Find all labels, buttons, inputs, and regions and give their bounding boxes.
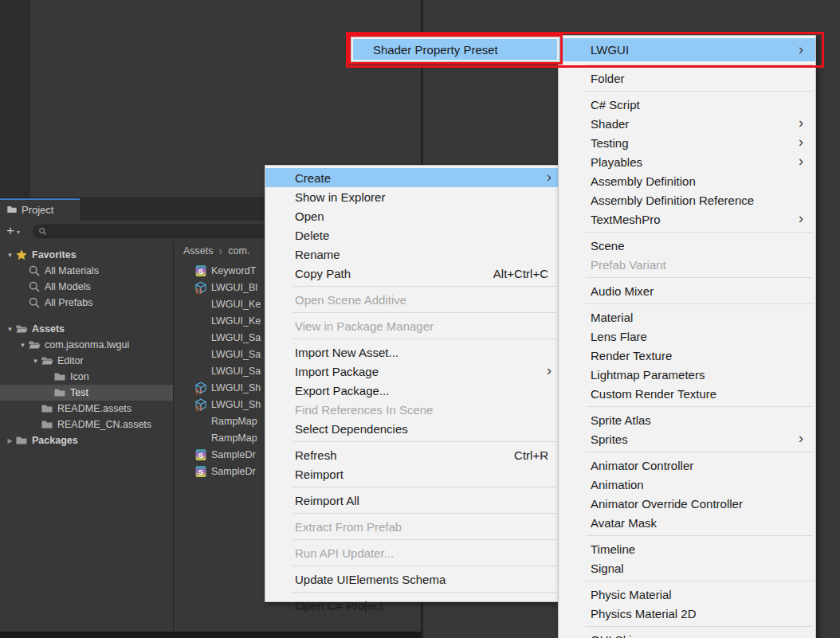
tree-item[interactable]: README_CN.assets [0,417,173,433]
tree-item[interactable]: ▼ com.jasonma.lwgui [0,337,173,353]
submenu-item[interactable]: Material › [559,307,815,327]
submenu-item[interactable]: Render Texture › [559,346,815,365]
shader-property-preset-item[interactable]: Shader Property Preset [353,39,557,60]
submenu-item[interactable]: Animator Override Controller › [559,494,815,513]
menu-item[interactable]: Open C# Project › [265,596,559,615]
expand-arrow-icon[interactable]: ▶ [5,437,15,444]
tab-project[interactable]: Project [0,198,80,221]
tree-item[interactable]: All Materials [0,263,173,279]
submenu-item[interactable]: Audio Mixer › [559,281,815,300]
submenu-item[interactable]: Scene › [559,236,815,255]
menu-item[interactable]: › [292,441,556,442]
menu-item[interactable]: › [292,312,556,313]
menu-item[interactable]: Run API Updater... › [265,543,559,562]
menu-item[interactable]: Select Dependencies › [265,419,559,438]
menu-item[interactable]: Find References In Scene › [265,400,559,419]
expand-arrow-icon[interactable]: ▼ [5,252,15,259]
menu-item[interactable]: › [292,286,556,287]
submenu-item[interactable]: › [586,452,813,452]
menu-item[interactable]: › [292,513,556,514]
search-icon [28,264,41,277]
search-icon [28,280,41,293]
menu-item[interactable]: › [292,539,556,540]
menu-item[interactable]: › [292,566,556,566]
menu-item[interactable]: › [292,487,556,487]
tree-item[interactable]: ▼ Editor [0,353,173,369]
breadcrumb-root[interactable]: Assets [183,245,214,256]
menu-item[interactable]: Open › [265,206,559,225]
menu-item[interactable]: Rename › [265,245,559,264]
submenu-item[interactable]: › [586,65,813,65]
submenu-item[interactable]: TextMeshPro › [559,209,815,229]
submenu-item[interactable]: Sprites › [559,429,815,448]
menu-item[interactable]: Show in Explorer › [265,187,559,206]
submenu-item[interactable]: Physic Material › [559,585,815,604]
submenu-item[interactable]: Avatar Mask › [559,513,815,532]
tree-item[interactable]: Icon [0,369,173,385]
submenu-item[interactable]: GUI Skin › [559,630,815,638]
folder-open-icon [41,354,53,367]
menu-item[interactable]: Reimport › [265,464,559,483]
tree-item[interactable]: All Prefabs [0,295,173,311]
tree-item[interactable]: ▼ Favorites [0,247,173,263]
submenu-item[interactable]: Lightmap Parameters › [559,365,815,384]
tree-item[interactable]: README.assets [0,401,173,417]
menu-item[interactable]: Extract From Prefab › [265,517,559,536]
submenu-item[interactable]: Custom Render Texture › [559,384,815,403]
folder-icon [41,402,53,415]
menu-item[interactable]: Delete › [265,225,559,245]
texture-icon: S {} [194,432,207,444]
submenu-item[interactable]: › [586,91,813,92]
submenu-item[interactable]: Lens Flare › [559,327,815,346]
submenu-item[interactable]: LWGUI › [559,38,815,61]
submenu-item[interactable]: Shader › [559,114,815,133]
menu-item[interactable]: Create › [265,168,559,187]
add-asset-button[interactable]: + [6,225,14,237]
submenu-item[interactable]: Signal › [559,558,815,577]
submenu-item[interactable]: › [586,277,813,278]
submenu-item[interactable]: Physics Material 2D › [559,604,815,623]
submenu-item[interactable]: › [586,626,813,627]
menu-item[interactable]: Reimport All › [265,491,559,510]
tree-item[interactable]: All Models [0,279,173,295]
menu-item[interactable]: Import Package › [265,362,559,381]
submenu-item[interactable]: Testing › [559,133,815,152]
submenu-item[interactable]: Animation › [559,475,815,494]
chevron-down-icon[interactable]: ▾ [17,229,20,236]
submenu-item[interactable]: › [586,406,813,407]
submenu-item[interactable]: Playables › [559,152,815,171]
folder-icon [53,386,66,399]
submenu-item[interactable]: Folder › [559,68,815,88]
tree-item[interactable]: ▶ Packages [0,433,173,448]
menu-item[interactable]: Import New Asset... › [265,342,559,362]
submenu-item[interactable]: Sprite Atlas › [559,410,815,429]
menu-item[interactable]: Update UIElements Schema › [265,570,559,589]
menu-item[interactable]: Refresh Ctrl+R › [265,445,559,464]
submenu-item[interactable]: › [586,535,813,536]
breadcrumb-current[interactable]: com. [228,245,249,256]
menu-item[interactable]: › [292,592,556,593]
expand-arrow-icon[interactable]: ▼ [5,326,15,333]
svg-text:{}: {} [195,288,202,294]
expand-arrow-icon[interactable]: ▼ [30,358,41,365]
menu-item[interactable]: Open Scene Additive › [265,290,559,309]
menu-item[interactable]: › [292,339,556,339]
menu-item[interactable]: Export Package... › [265,381,559,400]
folder-open-icon [28,339,41,351]
menu-item[interactable]: Copy Path Alt+Ctrl+C › [265,264,559,283]
expand-arrow-icon[interactable]: ▼ [18,342,28,349]
submenu-item[interactable]: › [586,232,813,233]
submenu-item[interactable]: Assembly Definition Reference › [559,190,815,209]
submenu-item[interactable]: Timeline › [559,539,815,558]
submenu-item[interactable]: › [586,581,813,581]
submenu-item[interactable]: Prefab Variant › [559,255,815,274]
menu-item[interactable]: View in Package Manager › [265,316,559,335]
tree-item[interactable]: ▼ Assets [0,321,173,337]
search-icon [38,227,47,236]
submenu-item[interactable]: › [586,303,813,304]
shader-icon: S {} [194,398,207,411]
submenu-item[interactable]: C# Script › [559,95,815,114]
submenu-item[interactable]: Animator Controller › [559,456,815,475]
submenu-item[interactable]: Assembly Definition › [559,171,815,190]
tree-item[interactable]: Test [0,385,173,401]
